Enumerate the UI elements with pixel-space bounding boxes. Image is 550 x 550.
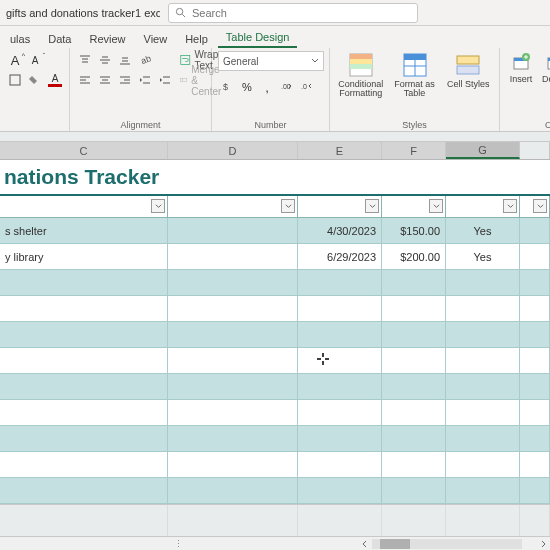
align-bottom-button[interactable]: [116, 51, 134, 69]
align-top-button[interactable]: [76, 51, 94, 69]
cell[interactable]: [382, 374, 446, 399]
table-row[interactable]: [0, 296, 550, 322]
table-row[interactable]: [0, 400, 550, 426]
cell[interactable]: [168, 426, 298, 451]
filter-button-c[interactable]: [151, 199, 165, 213]
sheet-title[interactable]: nations Tracker: [0, 160, 550, 196]
scroll-right-button[interactable]: [536, 537, 550, 551]
increase-indent-button[interactable]: [156, 71, 174, 89]
filter-button-d[interactable]: [281, 199, 295, 213]
cell[interactable]: [298, 374, 382, 399]
cell[interactable]: [382, 322, 446, 347]
table-row[interactable]: s shelter4/30/2023$150.00Yes: [0, 218, 550, 244]
number-format-dropdown[interactable]: General: [218, 51, 324, 71]
cell[interactable]: [446, 478, 520, 503]
font-color-button[interactable]: A: [46, 71, 64, 89]
column-header-h[interactable]: [520, 142, 550, 159]
cell[interactable]: [446, 400, 520, 425]
cell[interactable]: [446, 322, 520, 347]
worksheet[interactable]: nations Tracker s shelter4/30/2023$150.0…: [0, 160, 550, 504]
cell[interactable]: [298, 348, 382, 373]
cell[interactable]: [0, 400, 168, 425]
filter-button-f[interactable]: [429, 199, 443, 213]
sheet-tabs-area[interactable]: ⋮: [0, 539, 358, 549]
scroll-track[interactable]: [372, 539, 522, 549]
cell[interactable]: [168, 244, 298, 269]
cell[interactable]: [446, 270, 520, 295]
cell[interactable]: [168, 218, 298, 243]
cell[interactable]: [0, 452, 168, 477]
filter-button-h[interactable]: [533, 199, 547, 213]
cell[interactable]: [168, 322, 298, 347]
decrease-indent-button[interactable]: [136, 71, 154, 89]
cell-styles-button[interactable]: Cell Styles: [443, 51, 493, 89]
cell[interactable]: [298, 322, 382, 347]
column-header-d[interactable]: D: [168, 142, 298, 159]
cell[interactable]: [168, 296, 298, 321]
cell[interactable]: $200.00: [382, 244, 446, 269]
cell[interactable]: 6/29/2023: [298, 244, 382, 269]
tab-review[interactable]: Review: [81, 30, 133, 48]
table-row[interactable]: [0, 348, 550, 374]
table-row[interactable]: [0, 452, 550, 478]
increase-font-button[interactable]: A^: [6, 51, 24, 69]
cell[interactable]: [298, 400, 382, 425]
cell[interactable]: [298, 426, 382, 451]
scroll-thumb[interactable]: [380, 539, 410, 549]
cell[interactable]: [0, 478, 168, 503]
cell[interactable]: [520, 218, 550, 243]
cell[interactable]: [168, 374, 298, 399]
cell[interactable]: [382, 348, 446, 373]
cell[interactable]: [520, 478, 550, 503]
cell[interactable]: [382, 400, 446, 425]
cell[interactable]: [446, 296, 520, 321]
column-header-e[interactable]: E: [298, 142, 382, 159]
cell[interactable]: [0, 348, 168, 373]
cell[interactable]: [382, 452, 446, 477]
cell[interactable]: [382, 478, 446, 503]
cell[interactable]: s shelter: [0, 218, 168, 243]
cell[interactable]: [446, 374, 520, 399]
align-center-button[interactable]: [96, 71, 114, 89]
table-row[interactable]: [0, 322, 550, 348]
cell[interactable]: Yes: [446, 244, 520, 269]
filename-dropdown[interactable]: gifts and donations tracker1 excel cdg..…: [0, 7, 160, 19]
scroll-left-button[interactable]: [358, 537, 372, 551]
filter-button-g[interactable]: [503, 199, 517, 213]
cell[interactable]: 4/30/2023: [298, 218, 382, 243]
cell[interactable]: [168, 400, 298, 425]
cell[interactable]: [520, 348, 550, 373]
border-button[interactable]: [6, 71, 24, 89]
tab-view[interactable]: View: [136, 30, 176, 48]
align-middle-button[interactable]: [96, 51, 114, 69]
orientation-button[interactable]: ab: [136, 51, 154, 69]
comma-format-button[interactable]: ,: [258, 78, 276, 96]
cell[interactable]: [298, 270, 382, 295]
column-header-c[interactable]: C: [0, 142, 168, 159]
cell[interactable]: [0, 296, 168, 321]
table-row[interactable]: [0, 270, 550, 296]
column-header-g[interactable]: G: [446, 142, 520, 159]
cell[interactable]: [446, 348, 520, 373]
cell[interactable]: [0, 322, 168, 347]
insert-button[interactable]: Insert: [506, 51, 536, 84]
tab-help[interactable]: Help: [177, 30, 216, 48]
cell[interactable]: y library: [0, 244, 168, 269]
cell[interactable]: [520, 322, 550, 347]
horizontal-scrollbar[interactable]: ⋮: [0, 536, 550, 550]
cell[interactable]: [0, 426, 168, 451]
cell[interactable]: [520, 244, 550, 269]
delete-button[interactable]: Delete: [540, 51, 550, 84]
cell[interactable]: [520, 374, 550, 399]
cell[interactable]: [520, 400, 550, 425]
decrease-font-button[interactable]: Aˇ: [26, 51, 44, 69]
accounting-format-button[interactable]: $: [218, 78, 236, 96]
tab-table-design[interactable]: Table Design: [218, 28, 298, 48]
table-row[interactable]: [0, 426, 550, 452]
cell[interactable]: [298, 296, 382, 321]
increase-decimal-button[interactable]: .00: [278, 78, 296, 96]
cell[interactable]: $150.00: [382, 218, 446, 243]
search-input[interactable]: Search: [168, 3, 418, 23]
decrease-decimal-button[interactable]: .0: [298, 78, 316, 96]
conditional-formatting-button[interactable]: Conditional Formatting: [336, 51, 386, 99]
